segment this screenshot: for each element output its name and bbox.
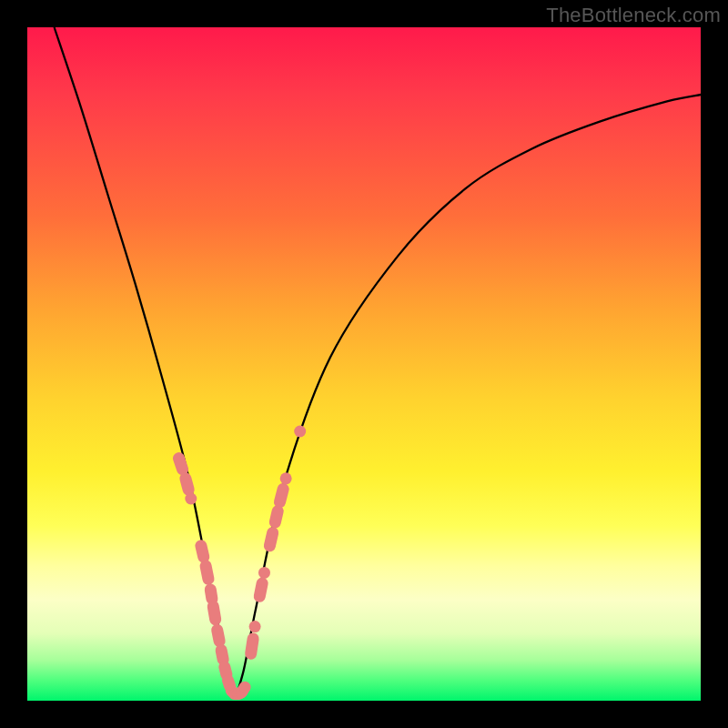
data-marker — [201, 546, 204, 557]
chart-svg — [27, 27, 701, 701]
data-marker — [259, 583, 262, 596]
data-marker — [213, 606, 215, 619]
bottleneck-curve — [55, 27, 701, 695]
data-marker — [221, 651, 223, 660]
data-marker — [269, 533, 272, 546]
watermark-text: TheBottleneck.com — [546, 4, 721, 27]
marker-layer — [179, 431, 300, 694]
data-marker — [186, 479, 188, 490]
plot-area — [27, 27, 701, 701]
data-marker — [280, 489, 284, 501]
data-marker — [275, 511, 278, 522]
data-marker — [225, 667, 227, 674]
data-marker — [210, 590, 212, 599]
data-marker — [206, 566, 208, 579]
data-marker — [179, 459, 183, 470]
chart-frame: TheBottleneck.com — [0, 0, 728, 728]
data-marker — [217, 630, 219, 641]
data-marker — [251, 639, 253, 653]
